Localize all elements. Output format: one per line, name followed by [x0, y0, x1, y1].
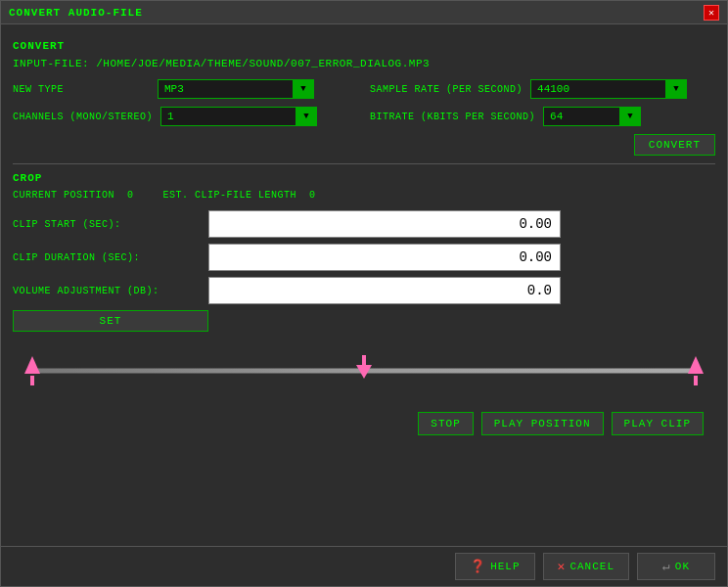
- est-clip-value: 0: [309, 190, 316, 201]
- clip-start-label: CLIP START (SEC):: [13, 219, 208, 230]
- sample-rate-dropdown[interactable]: 44100 22050 11025 8000: [530, 79, 687, 99]
- current-position-label: CURRENT POSITION 0: [13, 190, 134, 201]
- convert-section-label: CONVERT: [13, 40, 715, 52]
- clip-start-input[interactable]: [208, 210, 561, 238]
- title-bar: CONVERT AUDIO-FILE ✕: [1, 1, 727, 24]
- help-label: HELP: [490, 561, 520, 572]
- cancel-icon: ✕: [558, 559, 567, 574]
- crop-section-label: CROP: [13, 172, 715, 184]
- play-clip-button[interactable]: PLAY CLIP: [612, 412, 704, 435]
- new-type-dropdown-wrapper: MP3 WAV OGG FLAC: [158, 79, 314, 99]
- slider-pin-mid[interactable]: [356, 355, 372, 379]
- current-position-value: 0: [127, 190, 134, 201]
- slider-pin-right[interactable]: [688, 356, 704, 385]
- slider-pin-left[interactable]: [24, 356, 40, 385]
- clip-duration-row: CLIP DURATION (SEC):: [13, 244, 715, 271]
- channels-dropdown[interactable]: 1 2: [160, 107, 317, 126]
- ok-label: OK: [675, 561, 690, 572]
- main-content: CONVERT INPUT-FILE: /HOME/JOE/MEDIA/THEM…: [1, 24, 727, 451]
- input-file-label: INPUT-FILE:: [13, 58, 89, 69]
- channels-dropdown-wrapper: 1 2: [160, 107, 317, 126]
- play-position-button[interactable]: PLAY POSITION: [481, 412, 604, 435]
- main-window: CONVERT AUDIO-FILE ✕ CONVERT INPUT-FILE:…: [0, 0, 728, 587]
- type-sample-row: NEW TYPE MP3 WAV OGG FLAC SAMPLE RATE (P…: [13, 79, 715, 99]
- channels-bitrate-row: CHANNELS (MONO/STEREO) 1 2 BITRATE (KBIT…: [13, 107, 715, 126]
- ok-icon: ↵: [662, 559, 671, 574]
- playback-buttons: STOP PLAY POSITION PLAY CLIP: [13, 404, 715, 443]
- sample-rate-dropdown-wrapper: 44100 22050 11025 8000: [530, 79, 687, 99]
- audio-slider[interactable]: [13, 341, 715, 400]
- clip-start-row: CLIP START (SEC):: [13, 210, 715, 238]
- volume-adjustment-label: VOLUME ADJUSTMENT (DB):: [13, 286, 208, 296]
- est-clip-file-length-label: EST. CLIP-FILE LENGTH 0: [163, 190, 316, 201]
- clip-duration-label: CLIP DURATION (SEC):: [13, 252, 208, 263]
- stop-button[interactable]: STOP: [418, 412, 473, 435]
- ok-button[interactable]: ↵ OK: [637, 553, 715, 580]
- volume-adjustment-row: VOLUME ADJUSTMENT (DB):: [13, 277, 715, 304]
- input-file-value: /HOME/JOE/MEDIA/THEME/SOUND/007_ERROR_DI…: [96, 58, 430, 69]
- section-divider: [13, 163, 715, 164]
- window-title: CONVERT AUDIO-FILE: [9, 7, 143, 19]
- volume-adjustment-input[interactable]: [208, 277, 561, 304]
- new-type-label: NEW TYPE: [13, 84, 150, 95]
- convert-button[interactable]: CONVERT: [634, 134, 715, 156]
- new-type-group: NEW TYPE MP3 WAV OGG FLAC: [13, 79, 358, 99]
- input-file-row: INPUT-FILE: /HOME/JOE/MEDIA/THEME/SOUND/…: [13, 58, 715, 69]
- set-button[interactable]: SET: [13, 310, 208, 332]
- bitrate-dropdown-wrapper: 64 128 192 256 320: [543, 107, 641, 126]
- sample-rate-group: SAMPLE RATE (PER SECOND) 44100 22050 110…: [370, 79, 715, 99]
- crop-info-row: CURRENT POSITION 0 EST. CLIP-FILE LENGTH…: [13, 190, 715, 201]
- sample-rate-label: SAMPLE RATE (PER SECOND): [370, 84, 523, 95]
- bitrate-label: BITRATE (KBITS PER SECOND): [370, 112, 535, 122]
- bitrate-group: BITRATE (KBITS PER SECOND) 64 128 192 25…: [370, 107, 715, 126]
- cancel-button[interactable]: ✕ CANCEL: [543, 553, 629, 580]
- channels-group: CHANNELS (MONO/STEREO) 1 2: [13, 107, 358, 126]
- help-button[interactable]: ❓ HELP: [455, 553, 534, 580]
- help-icon: ❓: [470, 559, 486, 574]
- crop-section: CROP CURRENT POSITION 0 EST. CLIP-FILE L…: [13, 172, 715, 332]
- bitrate-dropdown[interactable]: 64 128 192 256 320: [543, 107, 641, 126]
- clip-duration-input[interactable]: [208, 244, 561, 271]
- channels-label: CHANNELS (MONO/STEREO): [13, 112, 153, 122]
- close-button[interactable]: ✕: [704, 5, 719, 21]
- cancel-label: CANCEL: [569, 561, 614, 572]
- new-type-dropdown[interactable]: MP3 WAV OGG FLAC: [158, 79, 314, 99]
- convert-button-row: CONVERT: [13, 134, 715, 156]
- set-button-row: SET: [13, 310, 715, 332]
- footer-buttons: ❓ HELP ✕ CANCEL ↵ OK: [1, 546, 727, 586]
